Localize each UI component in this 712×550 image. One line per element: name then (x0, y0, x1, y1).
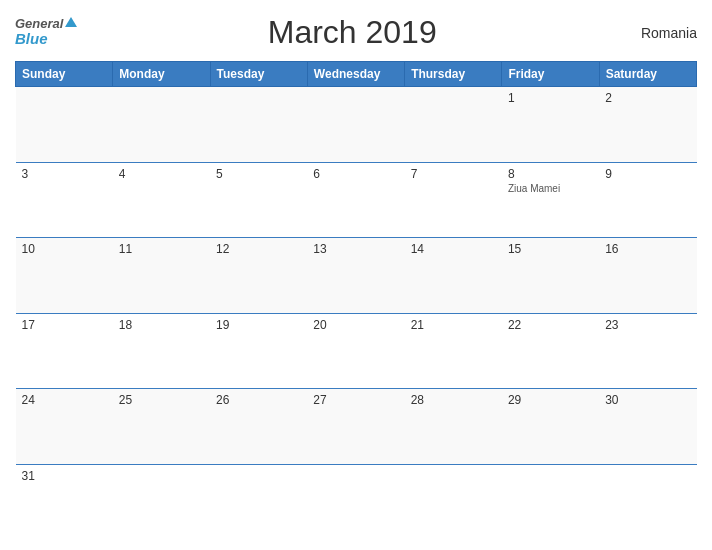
calendar-day-cell: 7 (405, 162, 502, 238)
day-number: 20 (313, 318, 398, 332)
calendar-day-cell: 4 (113, 162, 210, 238)
day-number: 7 (411, 167, 496, 181)
logo-general-text: General (15, 17, 63, 31)
day-number: 2 (605, 91, 690, 105)
day-number: 28 (411, 393, 496, 407)
calendar-day-cell: 24 (16, 389, 113, 465)
page-title: March 2019 (77, 14, 627, 51)
calendar-day-cell: 11 (113, 238, 210, 314)
day-number: 4 (119, 167, 204, 181)
calendar-day-cell: 5 (210, 162, 307, 238)
calendar-day-cell: 19 (210, 313, 307, 389)
day-number: 26 (216, 393, 301, 407)
day-number: 22 (508, 318, 593, 332)
calendar-day-cell: 22 (502, 313, 599, 389)
calendar-day-cell: 14 (405, 238, 502, 314)
calendar-day-cell: 30 (599, 389, 696, 465)
calendar-day-cell: 15 (502, 238, 599, 314)
calendar-day-cell: 6 (307, 162, 404, 238)
logo: General Blue (15, 17, 77, 48)
day-number: 15 (508, 242, 593, 256)
calendar-day-cell: 20 (307, 313, 404, 389)
country-label: Romania (627, 25, 697, 41)
day-number: 17 (22, 318, 107, 332)
day-number: 19 (216, 318, 301, 332)
calendar-day-cell (113, 87, 210, 163)
calendar-day-cell: 28 (405, 389, 502, 465)
calendar-day-cell: 26 (210, 389, 307, 465)
calendar-day-cell (405, 87, 502, 163)
day-number: 3 (22, 167, 107, 181)
holiday-label: Ziua Mamei (508, 183, 593, 194)
calendar-day-cell (502, 464, 599, 540)
calendar-day-cell: 13 (307, 238, 404, 314)
calendar-day-cell: 23 (599, 313, 696, 389)
day-number: 30 (605, 393, 690, 407)
calendar-day-cell: 27 (307, 389, 404, 465)
calendar-week-row: 24252627282930 (16, 389, 697, 465)
calendar-week-row: 345678Ziua Mamei9 (16, 162, 697, 238)
calendar-day-cell: 21 (405, 313, 502, 389)
calendar-day-cell: 3 (16, 162, 113, 238)
day-number: 8 (508, 167, 593, 181)
day-number: 16 (605, 242, 690, 256)
day-number: 27 (313, 393, 398, 407)
calendar-day-cell: 9 (599, 162, 696, 238)
day-number: 14 (411, 242, 496, 256)
calendar-table: SundayMondayTuesdayWednesdayThursdayFrid… (15, 61, 697, 540)
day-header-wednesday: Wednesday (307, 62, 404, 87)
day-number: 25 (119, 393, 204, 407)
day-header-sunday: Sunday (16, 62, 113, 87)
calendar-day-cell: 16 (599, 238, 696, 314)
calendar-day-cell (307, 464, 404, 540)
logo-blue-text: Blue (15, 31, 48, 48)
day-number: 6 (313, 167, 398, 181)
day-number: 31 (22, 469, 107, 483)
day-header-monday: Monday (113, 62, 210, 87)
calendar-day-cell (210, 464, 307, 540)
calendar-header-row: SundayMondayTuesdayWednesdayThursdayFrid… (16, 62, 697, 87)
day-number: 29 (508, 393, 593, 407)
calendar-day-cell: 17 (16, 313, 113, 389)
calendar-week-row: 12 (16, 87, 697, 163)
calendar-day-cell: 18 (113, 313, 210, 389)
calendar-day-cell (210, 87, 307, 163)
calendar-day-cell (599, 464, 696, 540)
day-header-friday: Friday (502, 62, 599, 87)
day-number: 13 (313, 242, 398, 256)
day-number: 18 (119, 318, 204, 332)
day-number: 5 (216, 167, 301, 181)
day-number: 11 (119, 242, 204, 256)
day-number: 1 (508, 91, 593, 105)
day-number: 12 (216, 242, 301, 256)
calendar-header: General Blue March 2019 Romania (15, 10, 697, 55)
calendar-day-cell: 8Ziua Mamei (502, 162, 599, 238)
calendar-week-row: 10111213141516 (16, 238, 697, 314)
calendar-day-cell: 31 (16, 464, 113, 540)
calendar-day-cell: 1 (502, 87, 599, 163)
day-number: 23 (605, 318, 690, 332)
calendar-day-cell (113, 464, 210, 540)
day-number: 24 (22, 393, 107, 407)
calendar-day-cell (307, 87, 404, 163)
calendar-week-row: 31 (16, 464, 697, 540)
day-number: 21 (411, 318, 496, 332)
calendar-day-cell: 12 (210, 238, 307, 314)
calendar-day-cell: 29 (502, 389, 599, 465)
calendar-day-cell (16, 87, 113, 163)
calendar-day-cell (405, 464, 502, 540)
day-header-saturday: Saturday (599, 62, 696, 87)
calendar-day-cell: 25 (113, 389, 210, 465)
logo-triangle-icon (65, 17, 77, 27)
day-number: 9 (605, 167, 690, 181)
calendar-week-row: 17181920212223 (16, 313, 697, 389)
calendar-day-cell: 10 (16, 238, 113, 314)
calendar-day-cell: 2 (599, 87, 696, 163)
day-header-tuesday: Tuesday (210, 62, 307, 87)
day-number: 10 (22, 242, 107, 256)
day-header-thursday: Thursday (405, 62, 502, 87)
